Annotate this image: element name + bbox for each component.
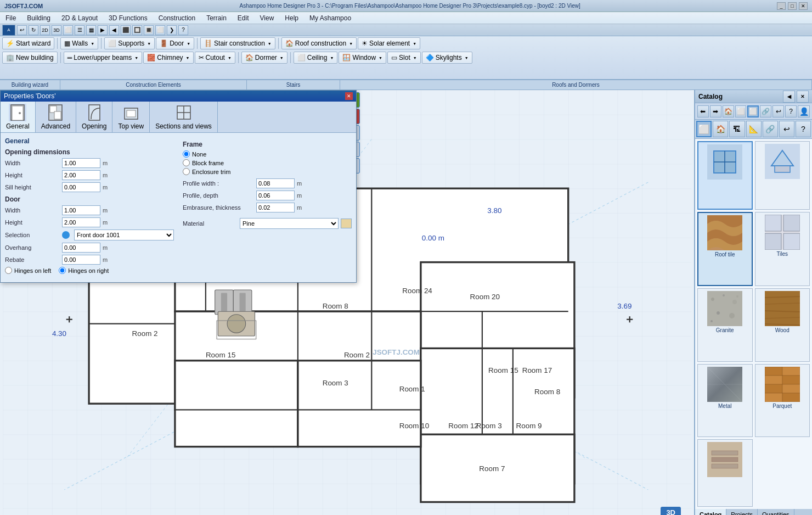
menu-file[interactable]: File bbox=[0, 12, 21, 24]
props-nav-opening[interactable]: Opening bbox=[76, 102, 112, 132]
qa-btn10[interactable]: ⬛ bbox=[121, 25, 131, 35]
catalog-item-extra[interactable] bbox=[697, 439, 753, 507]
cat-select-button[interactable]: ⬜ bbox=[747, 105, 759, 117]
qa-3d[interactable]: 3D bbox=[52, 25, 61, 35]
qa-help[interactable]: ? bbox=[178, 25, 188, 35]
cat-big-btn2[interactable]: 🏠 bbox=[713, 121, 728, 137]
menu-terrain[interactable]: Terrain bbox=[201, 12, 232, 24]
cat-view-button[interactable]: ⬜ bbox=[735, 105, 747, 117]
selection-dropdown[interactable]: Front door 1001 bbox=[74, 229, 174, 240]
qa-btn13[interactable]: ⬜ bbox=[155, 25, 165, 35]
catalog-item-rooftile[interactable]: Roof tile bbox=[697, 212, 753, 287]
catalog-close-button[interactable]: ✕ bbox=[797, 91, 809, 103]
ceiling-button[interactable]: ⬜ Ceiling ▼ bbox=[294, 52, 338, 64]
rebate-input[interactable] bbox=[62, 255, 100, 265]
skylights-button[interactable]: 🔷 Skylights ▼ bbox=[422, 52, 472, 64]
profile-depth-input[interactable] bbox=[256, 191, 295, 200]
catalog-item-granite[interactable]: Granite bbox=[697, 288, 753, 362]
frame-none-radio[interactable] bbox=[183, 150, 190, 158]
door-button[interactable]: 🚪 Door ▼ bbox=[156, 37, 194, 49]
cat-big-btn7[interactable]: ? bbox=[796, 121, 811, 137]
maximize-button[interactable]: □ bbox=[788, 2, 797, 10]
props-nav-topview[interactable]: Top view bbox=[112, 102, 150, 132]
qa-2d[interactable]: 2D bbox=[40, 25, 50, 35]
cat-person-icon[interactable]: 👤 bbox=[798, 105, 810, 117]
hinges-left-radio[interactable] bbox=[5, 267, 12, 274]
menu-help[interactable]: Help bbox=[279, 12, 304, 24]
profile-width-input[interactable] bbox=[256, 178, 295, 188]
new-building-button[interactable]: 🏢 New building bbox=[2, 52, 58, 64]
cat-big-btn5[interactable]: 🔗 bbox=[763, 121, 778, 137]
qa-btn12[interactable]: 🔳 bbox=[144, 25, 154, 35]
qa-btn9[interactable]: ◀ bbox=[109, 25, 119, 35]
qa-btn11[interactable]: 🔲 bbox=[132, 25, 142, 35]
menu-myashampoo[interactable]: My Ashampoo bbox=[304, 12, 357, 24]
cutout-button[interactable]: ✂ Cutout ▼ bbox=[195, 52, 235, 64]
qa-btn8[interactable]: ▶ bbox=[98, 25, 108, 35]
material-color-swatch[interactable] bbox=[341, 219, 352, 228]
catalog-item-metal[interactable]: Metal bbox=[697, 364, 753, 438]
cat-undo-button[interactable]: ↩ bbox=[772, 105, 784, 117]
catalog-expand-button[interactable]: ◀ bbox=[783, 91, 795, 103]
catalog-item-wood[interactable]: Wood bbox=[755, 288, 810, 362]
lower-upper-beams-button[interactable]: ═ Lower/upper beams ▼ bbox=[64, 52, 143, 64]
qa-btn5[interactable]: ⬜ bbox=[63, 25, 73, 35]
cat-big-btn3[interactable]: 🏗 bbox=[729, 121, 745, 137]
door-width-input[interactable] bbox=[62, 205, 100, 215]
minimize-button[interactable]: _ bbox=[777, 2, 786, 10]
tab-quantities[interactable]: Quantities bbox=[758, 509, 794, 515]
qa-undo[interactable]: ↩ bbox=[17, 25, 27, 35]
menu-building[interactable]: Building bbox=[21, 12, 56, 24]
props-nav-sections[interactable]: Sections and views bbox=[150, 102, 218, 132]
properties-close-button[interactable]: ✕ bbox=[345, 92, 353, 100]
cat-back-button[interactable]: ⬅ bbox=[697, 105, 709, 117]
sill-height-input[interactable] bbox=[62, 182, 100, 192]
cat-home-button[interactable]: 🏠 bbox=[723, 105, 734, 117]
chimney-button[interactable]: 🧱 Chimney ▼ bbox=[143, 52, 193, 64]
walls-button[interactable]: ▦ Walls ▼ bbox=[60, 37, 98, 49]
catalog-item-2[interactable] bbox=[755, 141, 810, 210]
menu-3dfunctions[interactable]: 3D Functions bbox=[103, 12, 153, 24]
cat-big-btn1[interactable]: ⬜ bbox=[696, 121, 712, 137]
qa-redo[interactable]: ↻ bbox=[29, 25, 38, 35]
slot-button[interactable]: ▭ Slot ▼ bbox=[387, 52, 421, 64]
door-height-input[interactable] bbox=[62, 217, 100, 227]
tab-projects[interactable]: Projects bbox=[726, 509, 758, 515]
menu-view[interactable]: View bbox=[255, 12, 280, 24]
supports-button[interactable]: ⬜ Supports ▼ bbox=[104, 37, 155, 49]
material-dropdown[interactable]: Pine bbox=[240, 218, 339, 229]
menu-construction[interactable]: Construction bbox=[153, 12, 201, 24]
qa-btn6[interactable]: ☰ bbox=[75, 25, 84, 35]
canvas[interactable]: Room 2 Room 8 Room 20 Room 24 Raum 22 Ro… bbox=[0, 90, 694, 515]
qa-btn14[interactable]: ❯ bbox=[167, 25, 177, 35]
cat-big-btn6[interactable]: ↩ bbox=[779, 121, 794, 137]
stair-construction-button[interactable]: 🪜 Stair construction ▼ bbox=[200, 37, 275, 49]
qa-btn7[interactable]: ▦ bbox=[86, 25, 96, 35]
solar-element-button[interactable]: ☀ Solar element ▼ bbox=[358, 37, 420, 49]
hinges-right-radio[interactable] bbox=[59, 267, 66, 274]
cat-forward-button[interactable]: ➡ bbox=[710, 105, 721, 117]
props-nav-advanced[interactable]: Advanced bbox=[36, 102, 76, 132]
roof-construction-button[interactable]: 🏠 Roof construction ▼ bbox=[281, 37, 357, 49]
menu-2dlayout[interactable]: 2D & Layout bbox=[56, 12, 103, 24]
frame-enclosure-radio[interactable] bbox=[183, 168, 190, 175]
3d-button[interactable]: 3D bbox=[661, 507, 681, 515]
width-input[interactable] bbox=[62, 158, 100, 168]
overhang-input[interactable] bbox=[62, 243, 100, 253]
menu-edit[interactable]: Edit bbox=[232, 12, 255, 24]
props-nav-general[interactable]: General bbox=[1, 102, 36, 132]
frame-block-radio[interactable] bbox=[183, 159, 190, 166]
start-wizard-button[interactable]: ⚡ Start wizard bbox=[2, 37, 54, 49]
cat-big-btn4[interactable]: 📐 bbox=[746, 121, 762, 137]
dormer-button[interactable]: 🏠 Dormer ▼ bbox=[241, 52, 287, 64]
cat-link-button[interactable]: 🔗 bbox=[760, 105, 771, 117]
catalog-item-parquet[interactable]: Parquet bbox=[755, 364, 810, 438]
embrasure-input[interactable] bbox=[256, 203, 295, 212]
tab-catalog[interactable]: Catalog bbox=[695, 509, 726, 515]
cat-help-button[interactable]: ? bbox=[785, 105, 797, 117]
catalog-item-tiles[interactable]: Tiles bbox=[755, 212, 810, 287]
height-input[interactable] bbox=[62, 170, 100, 180]
close-button[interactable]: ✕ bbox=[799, 2, 808, 10]
window-button[interactable]: 🪟 Window ▼ bbox=[339, 52, 386, 64]
catalog-item-selector[interactable] bbox=[697, 141, 753, 210]
